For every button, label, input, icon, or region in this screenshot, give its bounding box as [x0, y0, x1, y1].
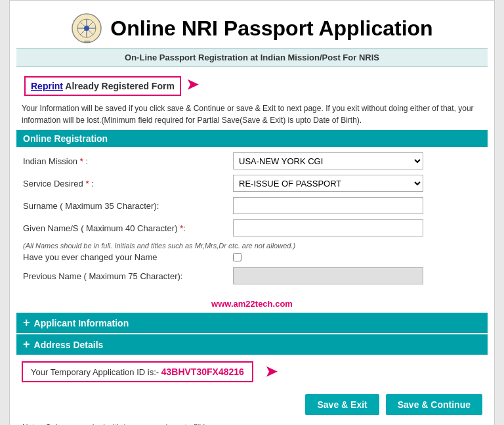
temp-id-label: Your Temporary Application ID is:-	[31, 367, 159, 377]
service-desired-row: Service Desired * : RE-ISSUE OF PASSPORT	[23, 175, 481, 192]
temp-id-box: Your Temporary Application ID is:- 43BHV…	[22, 361, 253, 382]
applicant-info-header: + Applicant Information	[16, 313, 488, 333]
previous-name-label: Previous Name ( Maximum 75 Character):	[23, 271, 233, 281]
form-section: Indian Mission * : USA-NEW YORK CGI Serv…	[16, 147, 488, 295]
name-changed-row: Have you ever changed your Name	[23, 252, 481, 262]
service-desired-label: Service Desired * :	[23, 179, 233, 189]
address-plus-icon: +	[23, 338, 30, 351]
info-text: Your Information will be saved if you cl…	[16, 100, 488, 130]
temp-id-arrow-icon: ➤	[265, 363, 277, 380]
online-reg-title: Online Registration	[23, 133, 108, 144]
temp-id-value: 43BHVT30FX48216	[161, 367, 244, 377]
indian-mission-select[interactable]: USA-NEW YORK CGI	[233, 152, 423, 169]
main-container: भारत Online NRI Passport Application On-…	[9, 0, 495, 425]
save-continue-button[interactable]: Save & Continue	[386, 394, 482, 415]
page-title: Online NRI Passport Application	[110, 16, 432, 41]
names-note: (All Names should be in full. Initials a…	[23, 242, 481, 252]
emblem-icon: भारत	[71, 12, 102, 44]
watermark: www.am22tech.com	[16, 299, 488, 309]
given-name-row: Given Name/S ( Maximum 40 Character) *:	[23, 219, 481, 236]
indian-mission-row: Indian Mission * : USA-NEW YORK CGI	[23, 152, 481, 169]
surname-row: Surname ( Maximum 35 Character):	[23, 197, 481, 214]
applicant-plus-icon: +	[23, 316, 30, 330]
subheader: On-Line Passport Registration at Indian …	[16, 48, 488, 67]
online-registration-header: Online Registration	[16, 130, 488, 147]
save-exit-button[interactable]: Save & Exit	[305, 394, 379, 415]
name-changed-checkbox[interactable]	[233, 253, 242, 261]
indian-mission-label: Indian Mission * :	[23, 156, 233, 166]
surname-input[interactable]	[233, 197, 423, 214]
reprint-box: Reprint Already Registered Form	[24, 76, 181, 96]
reprint-arrow-icon: ➤	[186, 76, 198, 93]
given-name-label: Given Name/S ( Maximum 40 Character) *:	[23, 223, 233, 233]
buttons-row: Save & Exit Save & Continue	[16, 389, 488, 420]
name-changed-label: Have you ever changed your Name	[23, 252, 233, 262]
reprint-link[interactable]: Reprint	[31, 81, 63, 91]
address-details-title: Address Details	[34, 340, 104, 350]
previous-name-input[interactable]	[233, 267, 423, 284]
header-section: भारत Online NRI Passport Application	[16, 7, 488, 48]
address-details-header[interactable]: + Address Details	[16, 334, 488, 355]
reprint-label: Already Registered Form	[63, 81, 175, 91]
svg-text:भारत: भारत	[84, 39, 90, 43]
previous-name-row: Previous Name ( Maximum 75 Character):	[23, 267, 481, 284]
given-name-input[interactable]	[233, 219, 423, 236]
service-desired-select[interactable]: RE-ISSUE OF PASSPORT	[233, 175, 423, 192]
applicant-info-title: Applicant Information	[34, 318, 129, 328]
surname-label: Surname ( Maximum 35 Character):	[23, 201, 233, 211]
note-text: Note : Columns marked with * are compuls…	[16, 420, 488, 425]
